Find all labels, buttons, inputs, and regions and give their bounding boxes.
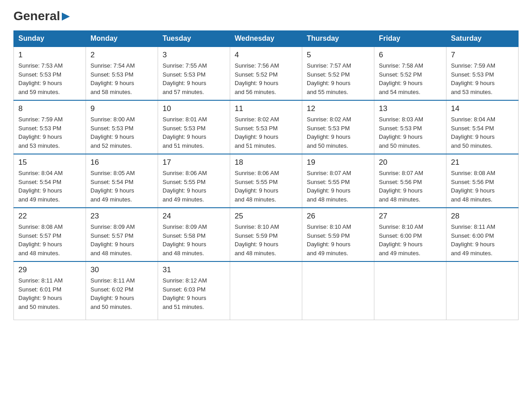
day-number: 17 xyxy=(163,158,225,167)
calendar-day-cell: 3 Sunrise: 7:55 AM Sunset: 5:53 PM Dayli… xyxy=(158,47,230,100)
calendar-week-row: 15 Sunrise: 8:04 AM Sunset: 5:54 PM Dayl… xyxy=(14,154,519,208)
calendar-day-cell: 5 Sunrise: 7:57 AM Sunset: 5:52 PM Dayli… xyxy=(302,47,374,100)
calendar-day-cell: 23 Sunrise: 8:09 AM Sunset: 5:57 PM Dayl… xyxy=(86,208,158,261)
day-info: Sunrise: 7:59 AM Sunset: 5:53 PM Dayligh… xyxy=(451,61,514,96)
day-number: 6 xyxy=(379,51,442,60)
day-info: Sunrise: 7:57 AM Sunset: 5:52 PM Dayligh… xyxy=(307,61,369,96)
col-header-friday: Friday xyxy=(374,31,446,47)
day-number: 21 xyxy=(451,158,514,167)
day-info: Sunrise: 7:54 AM Sunset: 5:53 PM Dayligh… xyxy=(90,61,153,96)
calendar-day-cell: 15 Sunrise: 8:04 AM Sunset: 5:54 PM Dayl… xyxy=(14,154,86,208)
logo-general-text: General xyxy=(13,9,60,23)
day-info: Sunrise: 7:58 AM Sunset: 5:52 PM Dayligh… xyxy=(379,61,442,96)
day-info: Sunrise: 7:59 AM Sunset: 5:53 PM Dayligh… xyxy=(18,115,81,150)
day-number: 2 xyxy=(90,51,153,60)
calendar-day-cell xyxy=(230,261,302,320)
day-number: 29 xyxy=(18,265,81,274)
calendar-day-cell: 7 Sunrise: 7:59 AM Sunset: 5:53 PM Dayli… xyxy=(446,47,519,100)
calendar-day-cell: 29 Sunrise: 8:11 AM Sunset: 6:01 PM Dayl… xyxy=(14,261,86,320)
day-number: 5 xyxy=(307,51,369,60)
calendar-table: SundayMondayTuesdayWednesdayThursdayFrid… xyxy=(13,30,519,320)
calendar-day-cell: 30 Sunrise: 8:11 AM Sunset: 6:02 PM Dayl… xyxy=(86,261,158,320)
col-header-tuesday: Tuesday xyxy=(158,31,230,47)
day-info: Sunrise: 8:00 AM Sunset: 5:53 PM Dayligh… xyxy=(90,115,153,150)
calendar-day-cell xyxy=(446,261,519,320)
day-info: Sunrise: 8:05 AM Sunset: 5:54 PM Dayligh… xyxy=(90,169,153,204)
day-number: 24 xyxy=(163,212,225,221)
day-number: 19 xyxy=(307,158,369,167)
day-number: 30 xyxy=(90,265,153,274)
day-info: Sunrise: 8:07 AM Sunset: 5:55 PM Dayligh… xyxy=(307,169,369,204)
calendar-day-cell: 26 Sunrise: 8:10 AM Sunset: 5:59 PM Dayl… xyxy=(302,208,374,261)
page-header: General xyxy=(13,9,519,21)
logo: General xyxy=(13,9,71,21)
day-number: 25 xyxy=(235,212,297,221)
calendar-day-cell: 12 Sunrise: 8:02 AM Sunset: 5:53 PM Dayl… xyxy=(302,100,374,154)
day-number: 10 xyxy=(163,104,225,113)
calendar-day-cell: 17 Sunrise: 8:06 AM Sunset: 5:55 PM Dayl… xyxy=(158,154,230,208)
day-info: Sunrise: 8:11 AM Sunset: 6:02 PM Dayligh… xyxy=(90,276,153,311)
calendar-day-cell: 2 Sunrise: 7:54 AM Sunset: 5:53 PM Dayli… xyxy=(86,47,158,100)
calendar-day-cell: 27 Sunrise: 8:10 AM Sunset: 6:00 PM Dayl… xyxy=(374,208,446,261)
calendar-header-row: SundayMondayTuesdayWednesdayThursdayFrid… xyxy=(14,31,519,47)
calendar-day-cell: 28 Sunrise: 8:11 AM Sunset: 6:00 PM Dayl… xyxy=(446,208,519,261)
day-number: 23 xyxy=(90,212,153,221)
logo-arrow-icon xyxy=(61,12,71,21)
day-info: Sunrise: 8:09 AM Sunset: 5:58 PM Dayligh… xyxy=(163,223,225,257)
calendar-week-row: 1 Sunrise: 7:53 AM Sunset: 5:53 PM Dayli… xyxy=(14,47,519,100)
day-number: 20 xyxy=(379,158,442,167)
calendar-day-cell: 19 Sunrise: 8:07 AM Sunset: 5:55 PM Dayl… xyxy=(302,154,374,208)
calendar-day-cell: 22 Sunrise: 8:08 AM Sunset: 5:57 PM Dayl… xyxy=(14,208,86,261)
day-number: 7 xyxy=(451,51,514,60)
day-number: 26 xyxy=(307,212,369,221)
day-number: 31 xyxy=(163,265,225,274)
calendar-day-cell xyxy=(302,261,374,320)
day-info: Sunrise: 7:55 AM Sunset: 5:53 PM Dayligh… xyxy=(163,61,225,96)
calendar-day-cell: 24 Sunrise: 8:09 AM Sunset: 5:58 PM Dayl… xyxy=(158,208,230,261)
day-info: Sunrise: 8:04 AM Sunset: 5:54 PM Dayligh… xyxy=(451,115,514,150)
col-header-monday: Monday xyxy=(86,31,158,47)
calendar-day-cell: 1 Sunrise: 7:53 AM Sunset: 5:53 PM Dayli… xyxy=(14,47,86,100)
day-info: Sunrise: 7:56 AM Sunset: 5:52 PM Dayligh… xyxy=(235,61,297,96)
day-info: Sunrise: 8:11 AM Sunset: 6:00 PM Dayligh… xyxy=(451,223,514,257)
day-number: 22 xyxy=(18,212,81,221)
day-info: Sunrise: 8:02 AM Sunset: 5:53 PM Dayligh… xyxy=(235,115,297,150)
day-number: 15 xyxy=(18,158,81,167)
day-number: 11 xyxy=(235,104,297,113)
day-info: Sunrise: 8:07 AM Sunset: 5:56 PM Dayligh… xyxy=(379,169,442,204)
day-number: 27 xyxy=(379,212,442,221)
calendar-day-cell: 4 Sunrise: 7:56 AM Sunset: 5:52 PM Dayli… xyxy=(230,47,302,100)
day-number: 8 xyxy=(18,104,81,113)
calendar-week-row: 8 Sunrise: 7:59 AM Sunset: 5:53 PM Dayli… xyxy=(14,100,519,154)
col-header-wednesday: Wednesday xyxy=(230,31,302,47)
day-info: Sunrise: 8:09 AM Sunset: 5:57 PM Dayligh… xyxy=(90,223,153,257)
calendar-day-cell: 10 Sunrise: 8:01 AM Sunset: 5:53 PM Dayl… xyxy=(158,100,230,154)
day-number: 4 xyxy=(235,51,297,60)
calendar-body: 1 Sunrise: 7:53 AM Sunset: 5:53 PM Dayli… xyxy=(14,47,519,320)
calendar-week-row: 22 Sunrise: 8:08 AM Sunset: 5:57 PM Dayl… xyxy=(14,208,519,261)
day-info: Sunrise: 8:08 AM Sunset: 5:56 PM Dayligh… xyxy=(451,169,514,204)
calendar-day-cell: 21 Sunrise: 8:08 AM Sunset: 5:56 PM Dayl… xyxy=(446,154,519,208)
calendar-day-cell: 31 Sunrise: 8:12 AM Sunset: 6:03 PM Dayl… xyxy=(158,261,230,320)
day-info: Sunrise: 8:01 AM Sunset: 5:53 PM Dayligh… xyxy=(163,115,225,150)
calendar-day-cell xyxy=(374,261,446,320)
day-info: Sunrise: 8:06 AM Sunset: 5:55 PM Dayligh… xyxy=(163,169,225,204)
day-info: Sunrise: 8:10 AM Sunset: 5:59 PM Dayligh… xyxy=(307,223,369,257)
col-header-sunday: Sunday xyxy=(14,31,86,47)
svg-marker-0 xyxy=(62,13,70,21)
calendar-day-cell: 16 Sunrise: 8:05 AM Sunset: 5:54 PM Dayl… xyxy=(86,154,158,208)
day-number: 12 xyxy=(307,104,369,113)
calendar-week-row: 29 Sunrise: 8:11 AM Sunset: 6:01 PM Dayl… xyxy=(14,261,519,320)
day-info: Sunrise: 8:10 AM Sunset: 5:59 PM Dayligh… xyxy=(235,223,297,257)
day-info: Sunrise: 8:03 AM Sunset: 5:53 PM Dayligh… xyxy=(379,115,442,150)
calendar-day-cell: 11 Sunrise: 8:02 AM Sunset: 5:53 PM Dayl… xyxy=(230,100,302,154)
day-number: 16 xyxy=(90,158,153,167)
calendar-day-cell: 13 Sunrise: 8:03 AM Sunset: 5:53 PM Dayl… xyxy=(374,100,446,154)
col-header-thursday: Thursday xyxy=(302,31,374,47)
day-info: Sunrise: 8:08 AM Sunset: 5:57 PM Dayligh… xyxy=(18,223,81,257)
day-number: 3 xyxy=(163,51,225,60)
day-number: 9 xyxy=(90,104,153,113)
calendar-day-cell: 9 Sunrise: 8:00 AM Sunset: 5:53 PM Dayli… xyxy=(86,100,158,154)
day-info: Sunrise: 8:04 AM Sunset: 5:54 PM Dayligh… xyxy=(18,169,81,204)
day-info: Sunrise: 8:02 AM Sunset: 5:53 PM Dayligh… xyxy=(307,115,369,150)
